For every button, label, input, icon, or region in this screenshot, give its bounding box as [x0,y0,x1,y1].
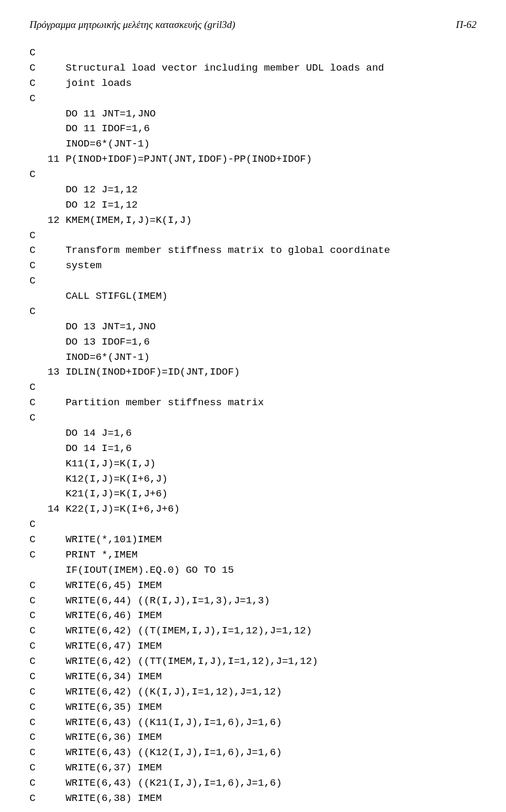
page-header: Πρόγραμμα μητρωικής μελέτης κατασκευής (… [30,19,476,31]
fortran-source: C C Structural load vector including mem… [30,45,476,806]
header-right: Π-62 [456,19,476,31]
header-left: Πρόγραμμα μητρωικής μελέτης κατασκευής (… [30,19,235,31]
